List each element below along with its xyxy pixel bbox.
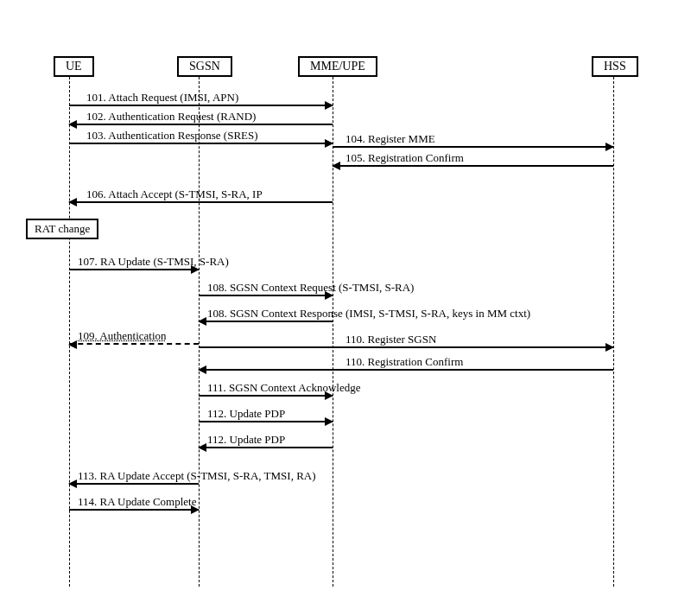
arrow-113 — [69, 483, 199, 485]
label-102: 102. Authentication Request (RAND) — [86, 110, 256, 124]
arrow-107 — [69, 269, 199, 270]
arrow-109 — [69, 343, 199, 345]
label-108a: 108. SGSN Context Request (S-TMSI, S-RA) — [207, 281, 414, 295]
arrow-103 — [69, 143, 333, 144]
label-103: 103. Authentication Response (SRES) — [86, 129, 258, 143]
label-112b: 112. Update PDP — [207, 433, 285, 447]
label-112a: 112. Update PDP — [207, 407, 285, 421]
arrow-106 — [69, 201, 333, 203]
actor-ue: UE — [54, 56, 94, 77]
sequence-diagram: UE SGSN MME/UPE HSS 101. Attach Request … — [35, 56, 656, 592]
label-114: 114. RA Update Complete — [78, 495, 196, 509]
label-111: 111. SGSN Context Acknowledge — [207, 381, 360, 395]
rat-change-box: RAT change — [26, 219, 98, 239]
label-107: 107. RA Update (S-TMSI, S-RA) — [78, 255, 229, 269]
lifeline-hss — [613, 77, 614, 587]
actor-sgsn: SGSN — [177, 56, 232, 77]
label-104: 104. Register MME — [346, 132, 435, 146]
arrow-105 — [333, 165, 613, 167]
label-106: 106. Attach Accept (S-TMSI, S-RA, IP — [86, 187, 263, 201]
arrow-101 — [69, 105, 333, 106]
label-110a: 110. Register SGSN — [346, 333, 436, 346]
label-105: 105. Registration Confirm — [346, 151, 464, 165]
arrow-108b — [199, 321, 333, 322]
arrow-111 — [199, 395, 333, 397]
arrow-102 — [69, 124, 333, 125]
label-109: 109. Authentication — [78, 329, 167, 343]
arrow-112a — [199, 421, 333, 422]
arrow-110b — [199, 369, 613, 371]
arrow-112b — [199, 447, 333, 448]
label-113: 113. RA Update Accept (S-TMSI, S-RA, TMS… — [78, 469, 316, 483]
label-110b: 110. Registration Confirm — [346, 355, 463, 369]
label-101: 101. Attach Request (IMSI, APN) — [86, 91, 238, 105]
actor-hss: HSS — [592, 56, 638, 77]
label-108b: 108. SGSN Context Response (IMSI, S-TMSI… — [207, 307, 530, 321]
arrow-114 — [69, 509, 199, 511]
arrow-108a — [199, 295, 333, 296]
arrow-104 — [333, 146, 613, 148]
actor-mme: MME/UPE — [298, 56, 377, 77]
arrow-110a — [199, 346, 613, 348]
lifeline-mme — [333, 77, 333, 587]
